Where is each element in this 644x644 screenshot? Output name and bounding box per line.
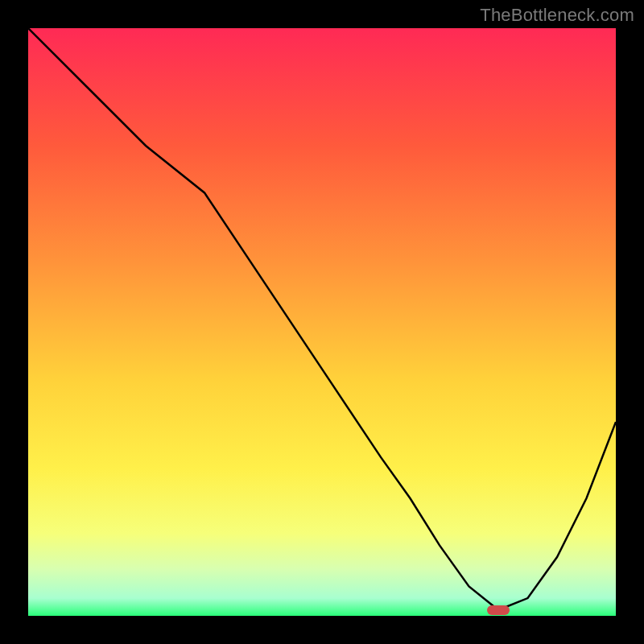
- optimal-point-marker: [487, 605, 510, 615]
- plot-area: [28, 28, 616, 616]
- chart-container: TheBottleneck.com: [0, 0, 644, 644]
- watermark-label: TheBottleneck.com: [480, 5, 634, 26]
- bottleneck-curve: [28, 28, 616, 616]
